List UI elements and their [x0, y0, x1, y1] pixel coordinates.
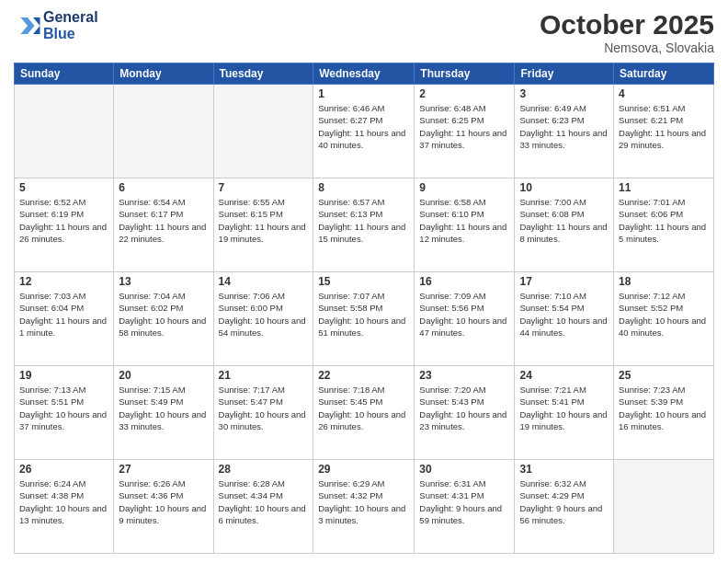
day-info: Sunrise: 7:15 AM Sunset: 5:49 PM Dayligh…: [119, 384, 208, 432]
weekday-header: Wednesday: [313, 63, 415, 85]
calendar-cell: 5Sunrise: 6:52 AM Sunset: 6:19 PM Daylig…: [15, 178, 114, 272]
day-info: Sunrise: 7:00 AM Sunset: 6:08 PM Dayligh…: [519, 196, 609, 245]
day-number: 20: [119, 369, 208, 382]
day-info: Sunrise: 7:21 AM Sunset: 5:41 PM Dayligh…: [519, 384, 609, 432]
day-number: 9: [419, 181, 509, 194]
day-info: Sunrise: 6:51 AM Sunset: 6:21 PM Dayligh…: [619, 102, 709, 151]
day-info: Sunrise: 6:26 AM Sunset: 4:36 PM Dayligh…: [119, 477, 208, 526]
day-number: 30: [419, 463, 509, 476]
day-number: 12: [19, 275, 108, 288]
calendar-cell: 7Sunrise: 6:55 AM Sunset: 6:15 PM Daylig…: [213, 178, 313, 272]
day-info: Sunrise: 6:49 AM Sunset: 6:23 PM Dayligh…: [519, 102, 609, 151]
day-number: 1: [318, 87, 409, 100]
calendar-cell: 2Sunrise: 6:48 AM Sunset: 6:25 PM Daylig…: [415, 85, 515, 178]
day-info: Sunrise: 7:23 AM Sunset: 5:39 PM Dayligh…: [619, 384, 709, 432]
calendar-cell: 13Sunrise: 7:04 AM Sunset: 6:02 PM Dayli…: [114, 272, 213, 366]
weekday-header: Sunday: [15, 63, 114, 85]
title-block: October 2025 Nemsova, Slovakia: [540, 9, 714, 55]
calendar-cell: 22Sunrise: 7:18 AM Sunset: 5:45 PM Dayli…: [313, 366, 415, 460]
week-row: 5Sunrise: 6:52 AM Sunset: 6:19 PM Daylig…: [15, 178, 714, 272]
calendar-cell: [614, 460, 714, 554]
weekday-header-row: SundayMondayTuesdayWednesdayThursdayFrid…: [15, 63, 714, 85]
calendar-cell: 16Sunrise: 7:09 AM Sunset: 5:56 PM Dayli…: [415, 272, 515, 366]
day-number: 10: [519, 181, 609, 194]
logo: General Blue: [14, 9, 98, 41]
day-info: Sunrise: 7:20 AM Sunset: 5:43 PM Dayligh…: [419, 384, 509, 432]
day-number: 24: [519, 369, 609, 382]
weekday-header: Thursday: [415, 63, 515, 85]
calendar-cell: 17Sunrise: 7:10 AM Sunset: 5:54 PM Dayli…: [515, 272, 614, 366]
calendar-cell: 12Sunrise: 7:03 AM Sunset: 6:04 PM Dayli…: [15, 272, 114, 366]
day-info: Sunrise: 6:28 AM Sunset: 4:34 PM Dayligh…: [219, 477, 309, 526]
calendar-cell: 18Sunrise: 7:12 AM Sunset: 5:52 PM Dayli…: [614, 272, 714, 366]
calendar-cell: 4Sunrise: 6:51 AM Sunset: 6:21 PM Daylig…: [614, 85, 714, 178]
day-number: 13: [119, 275, 208, 288]
day-number: 19: [19, 369, 108, 382]
day-number: 7: [219, 181, 309, 194]
day-info: Sunrise: 6:24 AM Sunset: 4:38 PM Dayligh…: [19, 477, 108, 526]
day-info: Sunrise: 6:46 AM Sunset: 6:27 PM Dayligh…: [318, 102, 409, 151]
day-info: Sunrise: 6:52 AM Sunset: 6:19 PM Dayligh…: [19, 196, 108, 245]
calendar-cell: [114, 85, 213, 178]
calendar-table: SundayMondayTuesdayWednesdayThursdayFrid…: [14, 63, 714, 554]
day-info: Sunrise: 7:17 AM Sunset: 5:47 PM Dayligh…: [219, 384, 309, 432]
calendar-cell: 1Sunrise: 6:46 AM Sunset: 6:27 PM Daylig…: [313, 85, 415, 178]
day-info: Sunrise: 7:18 AM Sunset: 5:45 PM Dayligh…: [318, 384, 409, 432]
page: General Blue October 2025 Nemsova, Slova…: [0, 0, 728, 563]
day-info: Sunrise: 7:12 AM Sunset: 5:52 PM Dayligh…: [619, 290, 709, 339]
calendar-cell: 10Sunrise: 7:00 AM Sunset: 6:08 PM Dayli…: [515, 178, 614, 272]
week-row: 26Sunrise: 6:24 AM Sunset: 4:38 PM Dayli…: [15, 460, 714, 554]
month-title: October 2025: [540, 9, 714, 40]
calendar-cell: 28Sunrise: 6:28 AM Sunset: 4:34 PM Dayli…: [213, 460, 313, 554]
day-number: 31: [519, 463, 609, 476]
day-number: 25: [619, 369, 709, 382]
week-row: 19Sunrise: 7:13 AM Sunset: 5:51 PM Dayli…: [15, 366, 714, 460]
day-info: Sunrise: 6:55 AM Sunset: 6:15 PM Dayligh…: [219, 196, 309, 245]
calendar-cell: 14Sunrise: 7:06 AM Sunset: 6:00 PM Dayli…: [213, 272, 313, 366]
day-number: 18: [619, 275, 709, 288]
day-number: 27: [119, 463, 208, 476]
calendar-cell: 31Sunrise: 6:32 AM Sunset: 4:29 PM Dayli…: [515, 460, 614, 554]
day-number: 22: [318, 369, 409, 382]
calendar-cell: 15Sunrise: 7:07 AM Sunset: 5:58 PM Dayli…: [313, 272, 415, 366]
day-info: Sunrise: 7:03 AM Sunset: 6:04 PM Dayligh…: [19, 290, 108, 339]
calendar-cell: 9Sunrise: 6:58 AM Sunset: 6:10 PM Daylig…: [415, 178, 515, 272]
calendar-cell: [15, 85, 114, 178]
location: Nemsova, Slovakia: [540, 40, 714, 55]
day-info: Sunrise: 7:06 AM Sunset: 6:00 PM Dayligh…: [219, 290, 309, 339]
calendar-cell: 23Sunrise: 7:20 AM Sunset: 5:43 PM Dayli…: [415, 366, 515, 460]
calendar-cell: 27Sunrise: 6:26 AM Sunset: 4:36 PM Dayli…: [114, 460, 213, 554]
day-info: Sunrise: 7:13 AM Sunset: 5:51 PM Dayligh…: [19, 384, 108, 432]
calendar-cell: 26Sunrise: 6:24 AM Sunset: 4:38 PM Dayli…: [15, 460, 114, 554]
day-number: 5: [19, 181, 108, 194]
day-number: 17: [519, 275, 609, 288]
day-info: Sunrise: 6:32 AM Sunset: 4:29 PM Dayligh…: [519, 477, 609, 526]
calendar-cell: 25Sunrise: 7:23 AM Sunset: 5:39 PM Dayli…: [614, 366, 714, 460]
day-number: 16: [419, 275, 509, 288]
day-number: 26: [19, 463, 108, 476]
day-info: Sunrise: 7:09 AM Sunset: 5:56 PM Dayligh…: [419, 290, 509, 339]
calendar-cell: 24Sunrise: 7:21 AM Sunset: 5:41 PM Dayli…: [515, 366, 614, 460]
header: General Blue October 2025 Nemsova, Slova…: [14, 9, 714, 55]
weekday-header: Tuesday: [213, 63, 313, 85]
day-number: 23: [419, 369, 509, 382]
day-info: Sunrise: 6:31 AM Sunset: 4:31 PM Dayligh…: [419, 477, 509, 526]
calendar-cell: 29Sunrise: 6:29 AM Sunset: 4:32 PM Dayli…: [313, 460, 415, 554]
calendar-cell: 30Sunrise: 6:31 AM Sunset: 4:31 PM Dayli…: [415, 460, 515, 554]
day-number: 11: [619, 181, 709, 194]
day-number: 28: [219, 463, 309, 476]
week-row: 1Sunrise: 6:46 AM Sunset: 6:27 PM Daylig…: [15, 85, 714, 178]
weekday-header: Monday: [114, 63, 213, 85]
calendar-cell: 19Sunrise: 7:13 AM Sunset: 5:51 PM Dayli…: [15, 366, 114, 460]
weekday-header: Saturday: [614, 63, 714, 85]
day-info: Sunrise: 7:04 AM Sunset: 6:02 PM Dayligh…: [119, 290, 208, 339]
calendar-cell: [213, 85, 313, 178]
day-info: Sunrise: 6:54 AM Sunset: 6:17 PM Dayligh…: [119, 196, 208, 245]
calendar-cell: 3Sunrise: 6:49 AM Sunset: 6:23 PM Daylig…: [515, 85, 614, 178]
calendar-cell: 6Sunrise: 6:54 AM Sunset: 6:17 PM Daylig…: [114, 178, 213, 272]
day-info: Sunrise: 6:48 AM Sunset: 6:25 PM Dayligh…: [419, 102, 509, 151]
calendar-cell: 20Sunrise: 7:15 AM Sunset: 5:49 PM Dayli…: [114, 366, 213, 460]
day-number: 29: [318, 463, 409, 476]
calendar-cell: 11Sunrise: 7:01 AM Sunset: 6:06 PM Dayli…: [614, 178, 714, 272]
day-info: Sunrise: 6:29 AM Sunset: 4:32 PM Dayligh…: [318, 477, 409, 526]
